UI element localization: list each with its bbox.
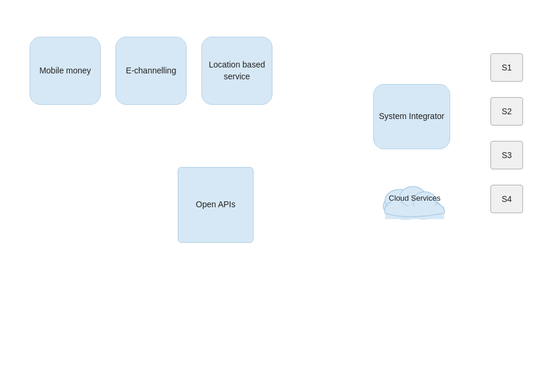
location-service-label: Location based service — [202, 59, 272, 82]
system-integrator-label: System Integrator — [379, 111, 445, 123]
location-service-box: Location based service — [201, 37, 272, 105]
s2-box: S2 — [490, 97, 523, 126]
open-apis-box: Open APIs — [178, 167, 254, 243]
s3-label: S3 — [502, 150, 512, 160]
s4-label: S4 — [502, 194, 512, 204]
cloud-services-shape: Cloud Services — [376, 172, 453, 227]
open-apis-label: Open APIs — [196, 199, 236, 211]
system-integrator-box: System Integrator — [373, 84, 450, 149]
s2-label: S2 — [502, 107, 512, 116]
s3-box: S3 — [490, 141, 523, 169]
mobile-money-box: Mobile money — [30, 37, 101, 105]
diagram-container: Mobile money E-channelling Location base… — [0, 0, 555, 392]
e-channelling-label: E-channelling — [126, 65, 177, 77]
e-channelling-box: E-channelling — [116, 37, 187, 105]
s1-box: S1 — [490, 53, 523, 82]
cloud-services-label: Cloud Services — [376, 193, 453, 204]
svg-rect-5 — [385, 206, 444, 219]
s4-box: S4 — [490, 185, 523, 213]
mobile-money-label: Mobile money — [39, 65, 91, 77]
s1-label: S1 — [502, 63, 512, 72]
